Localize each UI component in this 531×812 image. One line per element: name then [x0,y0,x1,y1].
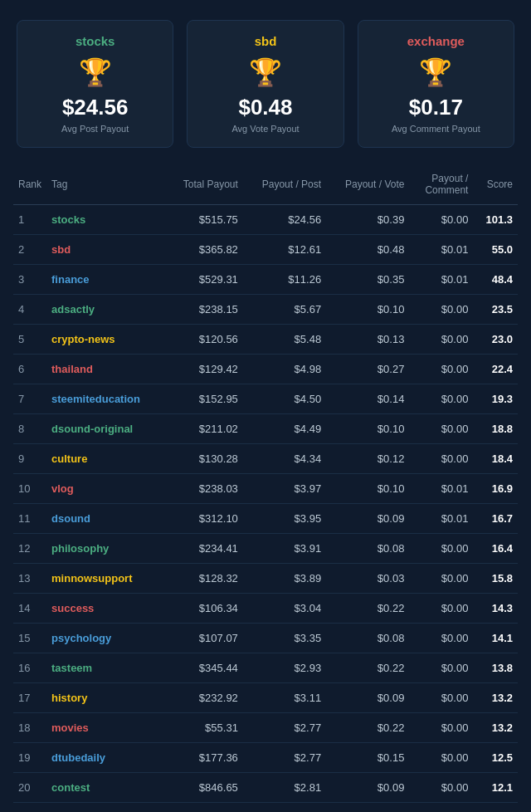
tag-cell[interactable]: steemiteducation [46,384,165,414]
score-cell: 55.0 [473,235,518,265]
rank-cell: 8 [13,414,46,444]
score-cell: 18.8 [473,414,518,444]
payout-comment-cell: $0.00 [409,743,473,773]
rank-cell: 10 [13,474,46,504]
payout-post-cell: $2.81 [243,773,326,803]
tag-cell[interactable]: culture [46,444,165,474]
card-stocks-label: Avg Post Payout [37,124,153,134]
trophy-icon-sbd: 🏆 [207,56,323,88]
tag-cell[interactable]: crypto-news [46,325,165,355]
payout-comment-cell: $0.00 [409,713,473,743]
header-total-payout: Total Payout [165,164,243,205]
tag-cell[interactable]: dtubedaily [46,743,165,773]
payout-comment-cell: $0.00 [409,773,473,803]
rank-cell: 1 [13,205,46,235]
table-row: 8 dsound-original $211.02 $4.49 $0.10 $0… [13,414,518,444]
payout-vote-cell: $0.08 [326,624,409,653]
total-payout-cell: $365.82 [165,235,243,265]
payout-vote-cell: $0.22 [326,594,409,624]
payout-post-cell: $11.26 [243,265,326,295]
score-cell: 22.4 [473,355,518,384]
payout-comment-cell: $0.00 [409,564,473,594]
payout-comment-cell: $0.00 [409,205,473,235]
table-row: 7 steemiteducation $152.95 $4.50 $0.14 $… [13,384,518,414]
payout-post-cell: $3.89 [243,564,326,594]
tag-cell[interactable]: thailand [46,355,165,384]
tag-cell[interactable]: tasteem [46,653,165,683]
tag-cell[interactable]: success [46,594,165,624]
table-header-row: Rank Tag Total Payout Payout / Post Payo… [13,164,518,205]
rank-cell: 2 [13,235,46,265]
tag-cell[interactable]: dsound-original [46,414,165,444]
tag-cell[interactable]: philosophy [46,534,165,564]
payout-comment-cell: $0.00 [409,444,473,474]
table-row: 1 stocks $515.75 $24.56 $0.39 $0.00 101.… [13,205,518,235]
payout-comment-cell: $0.00 [409,624,473,653]
card-sbd-amount: $0.48 [207,95,323,120]
payout-post-cell: $3.35 [243,624,326,653]
payout-vote-cell: $0.10 [326,295,409,325]
table-row: 4 adsactly $238.15 $5.67 $0.10 $0.00 23.… [13,295,518,325]
payout-vote-cell: $0.22 [326,653,409,683]
tag-cell[interactable]: minnowsupport [46,564,165,594]
header-payout-comment: Payout /Comment [409,164,473,205]
payout-comment-cell: $0.00 [409,683,473,713]
tag-cell[interactable]: finance [46,265,165,295]
rank-cell: 15 [13,624,46,653]
payout-post-cell: $3.04 [243,594,326,624]
tag-cell[interactable]: sbd [46,235,165,265]
score-cell: 23.5 [473,295,518,325]
rank-cell: 18 [13,713,46,743]
payout-vote-cell: $0.08 [326,534,409,564]
table-row: 20 contest $846.65 $2.81 $0.09 $0.00 12.… [13,773,518,803]
tag-cell[interactable]: history [46,683,165,713]
table-row: 2 sbd $365.82 $12.61 $0.48 $0.01 55.0 [13,235,518,265]
header-tag: Tag [46,164,165,205]
score-cell: 16.7 [473,504,518,534]
tag-cell[interactable]: contest [46,773,165,803]
tag-cell[interactable]: adsactly [46,295,165,325]
score-cell: 16.4 [473,534,518,564]
total-payout-cell: $234.41 [165,534,243,564]
rank-cell: 9 [13,444,46,474]
total-payout-cell: $129.42 [165,355,243,384]
payout-vote-cell: $0.15 [326,743,409,773]
card-stocks-title: stocks [37,34,153,48]
tag-cell[interactable]: stocks [46,205,165,235]
payout-comment-cell: $0.00 [409,325,473,355]
tag-cell[interactable]: dsound [46,504,165,534]
payout-vote-cell: $0.09 [326,773,409,803]
score-cell: 19.3 [473,384,518,414]
total-payout-cell: $345.44 [165,653,243,683]
tag-cell[interactable]: vlog [46,474,165,504]
card-sbd-title: sbd [207,34,323,48]
score-cell: 14.1 [473,624,518,653]
payout-post-cell: $3.95 [243,504,326,534]
payout-comment-cell: $0.00 [409,414,473,444]
rank-cell: 16 [13,653,46,683]
score-cell: 14.3 [473,594,518,624]
rank-cell: 7 [13,384,46,414]
table-row: 15 psychology $107.07 $3.35 $0.08 $0.00 … [13,624,518,653]
score-cell: 16.9 [473,474,518,504]
table-row: 17 history $232.92 $3.11 $0.09 $0.00 13.… [13,683,518,713]
payout-vote-cell: $0.27 [326,355,409,384]
payout-post-cell: $24.56 [243,205,326,235]
total-payout-cell: $128.32 [165,564,243,594]
payout-post-cell: $3.97 [243,474,326,504]
score-cell: 13.8 [473,653,518,683]
card-sbd: sbd 🏆 $0.48 Avg Vote Payout [187,20,343,148]
score-cell: 18.4 [473,444,518,474]
tag-cell[interactable]: psychology [46,624,165,653]
total-payout-cell: $211.02 [165,414,243,444]
payout-comment-cell: $0.01 [409,504,473,534]
rank-cell: 20 [13,773,46,803]
payout-post-cell: $12.61 [243,235,326,265]
table-row: 5 crypto-news $120.56 $5.48 $0.13 $0.00 … [13,325,518,355]
payout-comment-cell: $0.00 [409,534,473,564]
tag-cell[interactable]: movies [46,713,165,743]
payout-comment-cell: $0.01 [409,474,473,504]
table-row: 3 finance $529.31 $11.26 $0.35 $0.01 48.… [13,265,518,295]
payout-comment-cell: $0.00 [409,355,473,384]
payout-post-cell: $2.77 [243,713,326,743]
